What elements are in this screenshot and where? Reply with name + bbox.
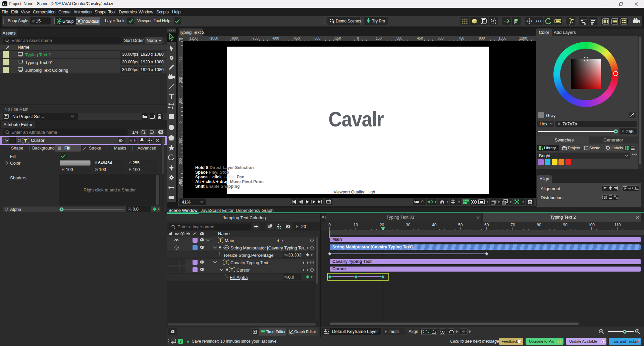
svg-text:0: 0	[421, 199, 424, 204]
svg-text:abc: abc	[224, 246, 229, 249]
